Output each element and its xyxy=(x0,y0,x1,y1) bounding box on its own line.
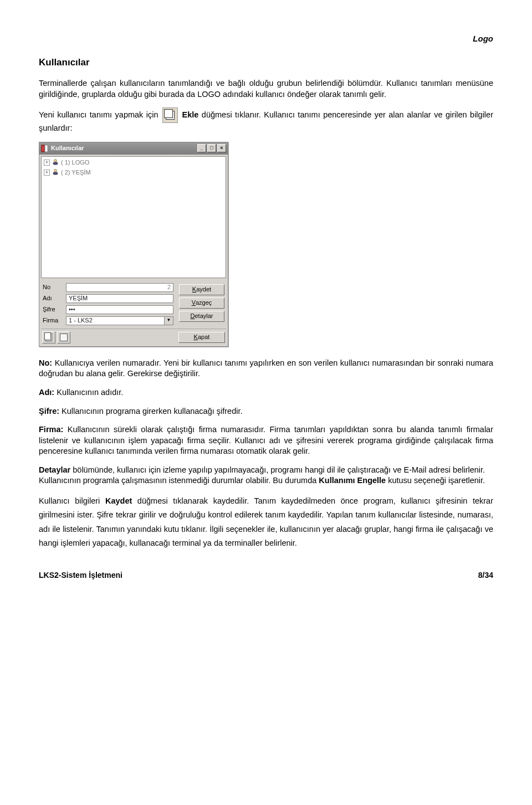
tree-item-label: ( 2) YEŞİM xyxy=(61,168,91,177)
detaylar-button[interactable]: Detaylar xyxy=(179,311,224,322)
ekle-icon xyxy=(162,107,178,123)
def-adi-label: Adı: xyxy=(39,388,54,397)
sheet-icon xyxy=(60,334,68,341)
footer-left: LKS2-Sistem İşletmeni xyxy=(39,570,122,581)
user-form: No 2 Adı YEŞİM Şifre ••• Firma 1 - LKS2 … xyxy=(39,280,228,327)
def-no-label: No: xyxy=(39,358,52,367)
chevron-down-icon[interactable]: ▼ xyxy=(165,316,173,325)
def-sifre-text: Kullanıcının programa girerken kullanaca… xyxy=(59,407,242,416)
svg-rect-3 xyxy=(53,162,58,165)
def-firma-label: Firma: xyxy=(39,425,63,434)
firma-field[interactable]: 1 - LKS2 xyxy=(66,316,165,325)
def-detaylar-label: Detaylar xyxy=(39,465,70,474)
def-detaylar: Detaylar bölümünde, kullanıcı için izlem… xyxy=(39,465,493,486)
adi-field[interactable]: YEŞİM xyxy=(66,294,173,303)
person-icon xyxy=(52,168,59,177)
window-title: Kullanıcılar xyxy=(51,144,196,152)
kaydet-button[interactable]: Kaydet xyxy=(179,284,224,295)
def-sifre-label: Şifre: xyxy=(39,407,59,416)
new-doc-button[interactable] xyxy=(42,331,55,343)
sifre-field[interactable]: ••• xyxy=(66,305,173,314)
def-kaydet: Kullanıcı bilgileri Kaydet düğmesi tıkla… xyxy=(39,494,493,551)
svg-rect-1 xyxy=(45,145,48,152)
def-no-text: Kullanıcıya verilen numaradır. Yeni bir … xyxy=(39,358,493,378)
sheet-button[interactable] xyxy=(57,331,70,343)
def-firma: Firma: Kullanıcının sürekli olarak çalış… xyxy=(39,424,493,457)
page-footer: LKS2-Sistem İşletmeni 8/34 xyxy=(39,570,493,581)
def-adi-text: Kullanıcının adıdır. xyxy=(54,388,123,397)
documents-icon xyxy=(45,334,52,341)
tree-item-label: ( 1) LOGO xyxy=(61,158,89,167)
intro-paragraph-2: Yeni kullanıcı tanımı yapmak için Ekle d… xyxy=(39,107,493,134)
def-sifre: Şifre: Kullanıcının programa girerken ku… xyxy=(39,406,493,417)
adi-label: Adı xyxy=(43,294,63,302)
no-label: No xyxy=(43,283,63,291)
def-firma-text: Kullanıcının sürekli olarak çalıştığı fi… xyxy=(39,425,493,455)
kapat-button[interactable]: Kapat xyxy=(178,332,225,343)
intro2-ekle-label: Ekle xyxy=(182,110,199,119)
window-toolbar: Kapat xyxy=(41,329,226,345)
def-engelle-b: kutusu seçeneği işaretlenir. xyxy=(386,476,485,485)
firma-combo[interactable]: 1 - LKS2 ▼ xyxy=(66,316,173,325)
intro2-text-a: Yeni kullanıcı tanımı yapmak için xyxy=(39,110,161,119)
close-button[interactable]: × xyxy=(217,144,226,152)
sifre-label: Şifre xyxy=(43,305,63,314)
def-detaylar-text: bölümünde, kullanıcı için izleme yapılıp… xyxy=(70,465,485,474)
maximize-button[interactable]: □ xyxy=(207,144,216,152)
users-tree[interactable]: + ( 1) LOGO + ( 2) YEŞİM xyxy=(41,156,226,278)
def-kaydet-a: Kullanıcı bilgileri xyxy=(39,496,105,505)
svg-rect-0 xyxy=(42,145,44,152)
person-icon xyxy=(52,158,59,167)
firma-label: Firma xyxy=(43,316,63,325)
minimize-button[interactable]: _ xyxy=(197,144,206,152)
footer-page: 8/34 xyxy=(478,570,493,581)
def-engelle-label: Kullanımı Engelle xyxy=(319,476,386,485)
tree-item[interactable]: + ( 2) YEŞİM xyxy=(43,168,224,178)
users-window: Kullanıcılar _ □ × + ( 1) LOGO + ( 2) YE… xyxy=(39,142,228,347)
def-adi: Adı: Kullanıcının adıdır. xyxy=(39,387,493,398)
expand-icon[interactable]: + xyxy=(44,160,50,166)
expand-icon[interactable]: + xyxy=(44,170,50,176)
page-title: Kullanıcılar xyxy=(39,57,493,69)
header-logo: Logo xyxy=(39,33,493,44)
vazgec-button[interactable]: Vazgeç xyxy=(179,298,224,309)
def-no: No: Kullanıcıya verilen numaradır. Yeni … xyxy=(39,358,493,380)
window-app-icon xyxy=(41,145,49,152)
def-kaydet-label: Kaydet xyxy=(105,496,132,505)
def-engelle-a: Kullanıcının programla çalışmasının iste… xyxy=(39,476,319,485)
no-field[interactable]: 2 xyxy=(66,283,173,292)
svg-point-4 xyxy=(54,169,57,172)
svg-point-2 xyxy=(54,159,57,162)
tree-item[interactable]: + ( 1) LOGO xyxy=(43,158,224,168)
svg-rect-5 xyxy=(53,172,58,175)
window-titlebar: Kullanıcılar _ □ × xyxy=(39,142,228,155)
intro-paragraph-1: Terminallerde çalışan kullanıcıların tan… xyxy=(39,78,493,100)
